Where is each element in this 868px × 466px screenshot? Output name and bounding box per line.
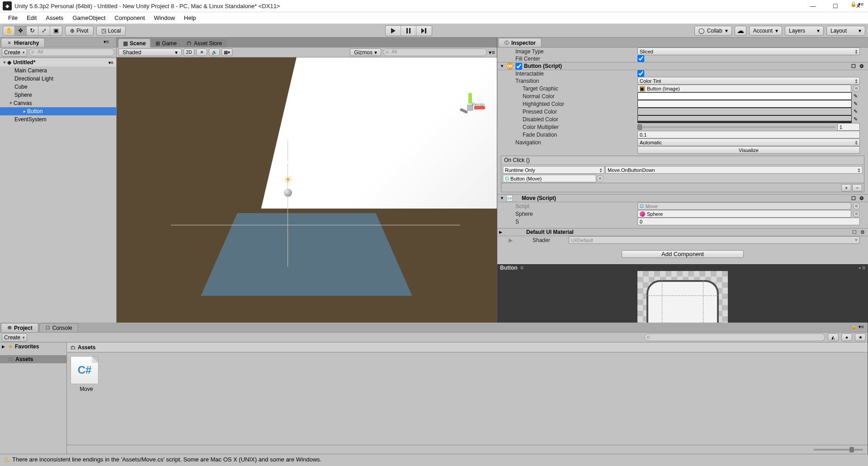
project-thumbnail-size-slider[interactable]: [813, 449, 863, 451]
scale-tool-button[interactable]: ⤢: [38, 26, 50, 35]
eyedropper-icon[interactable]: ✎: [854, 109, 860, 115]
fold-icon[interactable]: ▼: [500, 196, 505, 200]
hierarchy-item-main-camera[interactable]: Main Camera: [0, 67, 116, 75]
fill-center-checkbox[interactable]: [637, 55, 644, 62]
pause-button[interactable]: [401, 26, 416, 36]
transition-dropdown[interactable]: Color Tint‡: [637, 77, 860, 85]
cloud-button[interactable]: ☁: [735, 26, 746, 36]
color-multiplier-slider[interactable]: [637, 126, 835, 128]
scene-audio-button[interactable]: 🔊: [209, 48, 220, 56]
collab-dropdown[interactable]: ◯Collab▾: [694, 26, 732, 36]
preview-header[interactable]: Button ≡ ▪ ≡: [497, 264, 868, 271]
step-button[interactable]: [416, 26, 432, 36]
rotate-tool-button[interactable]: ↻: [27, 26, 38, 35]
scene-panel-menu[interactable]: ▾≡: [489, 49, 495, 56]
disabled-color-field[interactable]: [637, 115, 852, 123]
tab-inspector[interactable]: ⓘInspector: [498, 38, 542, 47]
tab-scene[interactable]: ▦Scene: [118, 39, 150, 48]
tab-console[interactable]: ☐Console: [39, 323, 78, 332]
normal-color-field[interactable]: [637, 92, 852, 100]
hierarchy-item-sphere[interactable]: Sphere: [0, 91, 116, 99]
interactable-checkbox[interactable]: [637, 70, 644, 77]
play-button[interactable]: [386, 26, 401, 36]
target-graphic-picker-icon[interactable]: ⊙: [853, 85, 860, 92]
image-type-dropdown[interactable]: Sliced‡: [637, 48, 860, 55]
local-toggle-button[interactable]: ◳Local: [96, 26, 126, 36]
toggle-2d-button[interactable]: 2D: [184, 48, 194, 56]
menu-help[interactable]: Help: [179, 14, 201, 21]
hierarchy-item-cube[interactable]: Cube: [0, 83, 116, 91]
rect-tool-button[interactable]: ▣: [50, 26, 62, 35]
hand-tool-button[interactable]: ✋: [3, 26, 15, 35]
tab-game[interactable]: ⊞Game: [151, 39, 181, 48]
onclick-add-button[interactable]: ＋: [841, 184, 851, 191]
navigation-dropdown[interactable]: Automatic‡: [637, 138, 860, 146]
project-favorites-row[interactable]: ▶★Favorites: [0, 342, 66, 351]
help-icon[interactable]: ☐: [850, 195, 857, 202]
scene-lighting-button[interactable]: ☀: [196, 48, 207, 56]
project-assets-row[interactable]: 🗀Assets: [0, 355, 66, 363]
hierarchy-item-directional-light[interactable]: Directional Light: [0, 75, 116, 83]
hierarchy-item-canvas[interactable]: ▼Canvas: [0, 99, 116, 107]
eyedropper-icon[interactable]: ✎: [854, 116, 860, 123]
onclick-runtime-dropdown[interactable]: Runtime Only‡: [503, 166, 604, 174]
component-header-button[interactable]: ▼ OK Button (Script) ☐⚙: [497, 62, 868, 70]
scene-viewport[interactable]: ☁ ☀ Persp: [117, 57, 497, 323]
eyedropper-icon[interactable]: ✎: [854, 93, 860, 100]
project-search-input[interactable]: [644, 333, 825, 341]
sphere-picker-icon[interactable]: ⊙: [853, 210, 860, 217]
help-icon[interactable]: ☐: [851, 228, 858, 236]
color-multiplier-value[interactable]: 1: [837, 123, 860, 131]
onclick-target-field[interactable]: ⊡ Button (Move): [503, 175, 596, 182]
pressed-color-field[interactable]: [637, 108, 852, 115]
hierarchy-panel-menu[interactable]: ▾≡: [102, 39, 111, 45]
s-field[interactable]: 0: [637, 218, 860, 225]
eyedropper-icon[interactable]: ✎: [854, 101, 860, 107]
shader-dropdown[interactable]: UI/Default▾: [569, 236, 860, 244]
move-tool-button[interactable]: ✥: [15, 26, 27, 35]
scene-fx-button[interactable]: ▦▾: [222, 48, 232, 56]
menu-file[interactable]: File: [4, 14, 22, 21]
pivot-toggle-button[interactable]: ⊕Pivot: [65, 26, 94, 36]
orientation-gizmo[interactable]: [452, 89, 488, 125]
component-gear-icon[interactable]: ⚙: [859, 228, 866, 236]
preview-menu-icon[interactable]: ▪ ≡: [859, 265, 865, 271]
projection-label[interactable]: Persp: [472, 102, 485, 107]
window-maximize-button[interactable]: ☐: [828, 3, 843, 10]
material-header[interactable]: ▶ Default UI Material ☐⚙: [497, 228, 868, 236]
menu-assets[interactable]: Assets: [41, 14, 68, 21]
onclick-function-dropdown[interactable]: Move.OnButtonDown‡: [605, 166, 863, 174]
tab-hierarchy[interactable]: ≡Hierarchy: [1, 38, 45, 47]
layers-dropdown[interactable]: Layers▾: [785, 26, 824, 36]
component-header-move[interactable]: ▼ C# Move (Script) ☐⚙: [497, 194, 868, 202]
sphere-object-field[interactable]: Sphere: [637, 210, 851, 218]
layout-dropdown[interactable]: Layout▾: [826, 26, 865, 36]
inspector-panel-menu[interactable]: 🔒 ▾≡: [849, 1, 865, 7]
highlighted-color-field[interactable]: [637, 100, 852, 108]
tab-project[interactable]: ⛃Project: [1, 323, 38, 332]
shading-mode-dropdown[interactable]: Shaded▾: [118, 48, 182, 56]
help-icon[interactable]: ☐: [850, 62, 857, 70]
project-create-dropdown[interactable]: Create: [2, 333, 27, 342]
account-dropdown[interactable]: Account▾: [749, 26, 782, 36]
visualize-button[interactable]: Visualize: [637, 146, 860, 154]
menu-component[interactable]: Component: [110, 14, 149, 21]
fade-duration-field[interactable]: 0.1: [637, 131, 860, 138]
button-enabled-checkbox[interactable]: [515, 63, 522, 70]
target-graphic-field[interactable]: ▣Button (Image): [637, 85, 851, 92]
add-component-button[interactable]: Add Component: [622, 250, 744, 258]
hierarchy-create-dropdown[interactable]: Create: [2, 48, 27, 57]
project-panel-menu[interactable]: 🔒 ▾≡: [849, 324, 866, 330]
onclick-target-picker-icon[interactable]: ⊙: [597, 175, 604, 182]
hierarchy-scene-row[interactable]: ▼◈Untitled*▾≡: [0, 58, 116, 67]
window-minimize-button[interactable]: —: [806, 3, 820, 10]
script-picker-icon[interactable]: ⊙: [853, 203, 860, 209]
menu-gameobject[interactable]: GameObject: [68, 14, 110, 21]
scene-search-input[interactable]: All: [383, 48, 487, 56]
project-filter-type-icon[interactable]: ●: [841, 333, 852, 341]
menu-window[interactable]: Window: [150, 14, 179, 21]
tab-asset-store[interactable]: ⛫Asset Store: [182, 39, 226, 48]
component-gear-icon[interactable]: ⚙: [858, 62, 865, 70]
onclick-remove-button[interactable]: －: [852, 184, 862, 191]
menu-edit[interactable]: Edit: [22, 14, 41, 21]
